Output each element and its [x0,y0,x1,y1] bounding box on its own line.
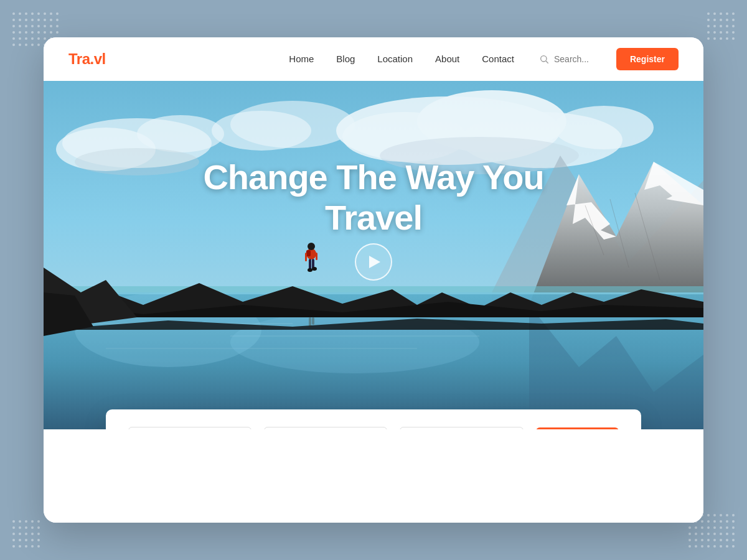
svg-point-45 [308,268,312,272]
logo-accent: vl [94,50,106,67]
hero-text: Change The Way You Travel [156,157,591,238]
navbar: Tra.vl Home Blog Location About Contact … [44,37,703,81]
svg-point-12 [212,111,311,151]
booking-bar: Book Now [106,409,641,429]
play-button[interactable] [355,243,392,281]
play-icon [369,256,380,268]
hero-title: Change The Way You Travel [156,157,591,238]
nav-link-contact[interactable]: Contact [482,54,514,64]
svg-point-0 [541,56,547,62]
hero-section: Change The Way You Travel [44,81,703,429]
main-card: Tra.vl Home Blog Location About Contact … [44,37,703,523]
nav-link-home[interactable]: Home [289,54,314,64]
logo-prefix: Tra. [68,50,94,67]
date-field[interactable] [264,427,387,429]
nav-item-contact[interactable]: Contact [482,54,514,65]
budget-field[interactable] [400,427,523,429]
bottom-area [44,429,703,523]
search-input[interactable] [554,54,604,64]
decorative-dots-bl: for(let i=0;i<25;i++) document.currentSc… [12,520,40,548]
svg-point-46 [312,267,317,271]
search-icon [539,54,549,64]
location-field[interactable] [128,427,251,429]
book-now-button[interactable]: Book Now [536,427,619,430]
svg-rect-44 [316,253,317,260]
nav-item-location[interactable]: Location [377,54,413,65]
svg-rect-47 [309,317,311,327]
svg-point-7 [554,106,654,149]
register-button[interactable]: Register [616,48,679,70]
logo[interactable]: Tra.vl [68,50,106,68]
nav-item-about[interactable]: About [435,54,459,65]
search-area [539,54,604,64]
decorative-dots-tr: for(let i=0;i<25;i++) document.currentSc… [707,12,735,40]
nav-item-blog[interactable]: Blog [336,54,355,65]
svg-point-39 [308,243,315,250]
nav-link-location[interactable]: Location [377,54,413,64]
nav-link-blog[interactable]: Blog [336,54,355,64]
nav-link-about[interactable]: About [435,54,459,64]
svg-line-1 [546,61,548,63]
svg-rect-43 [305,253,307,261]
svg-rect-48 [312,317,314,325]
svg-point-10 [137,115,224,152]
nav-links: Home Blog Location About Contact [289,54,514,65]
nav-item-home[interactable]: Home [289,54,314,65]
svg-rect-40 [306,250,311,256]
